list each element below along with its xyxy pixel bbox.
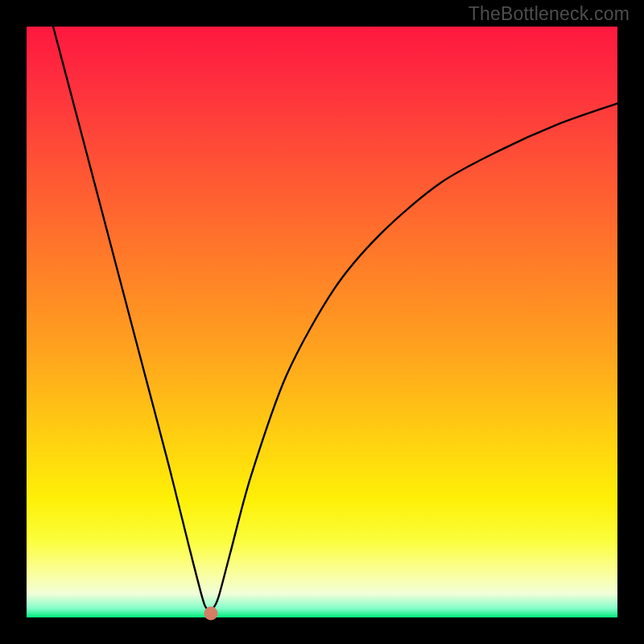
watermark-text: TheBottleneck.com (469, 3, 630, 25)
plot-area (27, 27, 617, 617)
curve-minimum-marker (204, 606, 218, 620)
bottleneck-curve (27, 27, 617, 617)
chart-frame: TheBottleneck.com (0, 0, 644, 644)
